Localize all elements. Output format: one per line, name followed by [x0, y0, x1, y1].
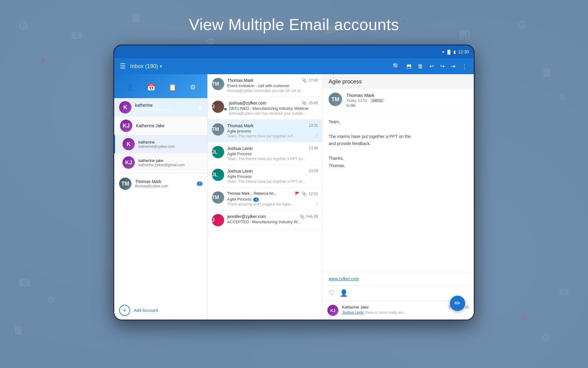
account-item-thomas[interactable]: TM Thomas Mark thomas@zylker.com 4: [114, 174, 207, 193]
thomas-badge: 4: [197, 182, 202, 186]
sub-account-katherine[interactable]: K katherine katherine@zylker.com: [114, 135, 207, 153]
sub-account-email-1: katherine@zylker.com: [138, 144, 202, 149]
email-item-4[interactable]: JL Joshua Lenin 13:30 Agile Process Team…: [208, 142, 322, 165]
add-account-row[interactable]: + Add Account: [114, 301, 207, 320]
expand-icon-katherine[interactable]: ▲: [198, 105, 202, 110]
calendar-nav-icon[interactable]: 📅: [145, 82, 157, 93]
avatar-email-5: JL: [212, 169, 224, 181]
email-item-1[interactable]: TM Thomas Mark 📎 17:40 Event Invitation …: [208, 74, 322, 97]
attachment-icon-6: 📎: [302, 191, 307, 196]
email-meta-6: 🚩 📎 12:31: [295, 191, 318, 196]
detail-footer: www.zylker.com: [322, 272, 474, 285]
body-line-1: Team,: [329, 118, 468, 126]
reply-button[interactable]: ↩: [427, 61, 436, 71]
account-item-katherine[interactable]: K katherine katherine@zylker.com ▲: [114, 98, 207, 117]
account-name-thomas: Thomas Mark: [135, 179, 193, 184]
email-item-2[interactable]: J joshua@zylker.com 📎 15:45 DECLINED : M…: [208, 97, 322, 120]
reply-avatar: KJ: [327, 305, 338, 316]
email-time-1: 17:40: [309, 78, 318, 82]
inbox-label: Inbox (190): [130, 63, 158, 70]
email-header-2: joshua@zylker.com 📎 15:45: [229, 101, 318, 105]
search-button[interactable]: 🔍: [390, 61, 403, 72]
compose-fab-button[interactable]: ✏: [450, 296, 465, 311]
avatar-email-6: TM: [212, 191, 224, 204]
contacts-nav-icon[interactable]: 👤: [124, 82, 136, 93]
unread-dot-2: [224, 108, 227, 110]
avatar-thomas: TM: [119, 178, 131, 190]
email-item-6[interactable]: TM Thomas Mark... Rebecca An... 🚩 📎 12:3…: [208, 188, 322, 210]
account-email-thomas: thomas@zylker.com: [135, 184, 193, 188]
notes-nav-icon[interactable]: 📋: [167, 82, 179, 93]
email-header-3: Thomas Mark 13:31: [227, 123, 318, 128]
detail-link[interactable]: www.zylker.com: [329, 276, 359, 281]
email-subject-2: DECLINED : Manufacturing Industry Webina…: [229, 106, 318, 111]
like-action-icon[interactable]: ♡: [329, 289, 335, 297]
add-account-label: Add Account: [134, 308, 158, 313]
account-info-katherine-jake: Katherine Jake: [136, 123, 202, 128]
email-item-5[interactable]: JL Joshua Lenin 13:29 Agile Process Team…: [208, 165, 322, 188]
email-time-3: 13:31: [309, 123, 318, 128]
body-line-3: and provide feedback.: [329, 140, 468, 148]
account-email-katherine: katherine@zylker.com: [135, 108, 194, 112]
email-content-2: joshua@zylker.com 📎 15:45 DECLINED : Man…: [229, 101, 318, 116]
avatar-email-7: J: [212, 214, 224, 226]
sidebar: 👤 📅 📋 ⚙ K katherine katherine@zylker.com: [114, 74, 208, 320]
email-content-1: Thomas Mark 📎 17:40 Event Invitation - c…: [227, 78, 318, 93]
detail-sender-info: Thomas Mark Today, 13:31 INBOX to Me: [346, 93, 468, 108]
reply-link[interactable]: Joshua Lenin: [342, 310, 364, 315]
toolbar: ☰ Inbox (190) ▾ 🔍 ⬒ 🗑 ↩ ↪ ⇥ ⋮: [114, 58, 474, 74]
email-detail-panel: Agile process TM Thomas Mark Today, 13:3…: [322, 74, 474, 320]
account-name-katherine: katherine: [135, 103, 194, 108]
sub-account-name-2: katherine jake: [138, 158, 202, 163]
attachment-icon-1: 📎: [302, 78, 307, 83]
email-time-2: 15:45: [309, 101, 318, 105]
detail-sender-meta: Today, 13:31 INBOX: [346, 98, 468, 103]
email-sender-1: Thomas Mark: [227, 78, 254, 83]
delete-button[interactable]: 🗑: [415, 61, 426, 71]
body-line-5: Thomas.: [329, 162, 468, 170]
detail-sender-avatar: TM: [329, 93, 342, 106]
dropdown-icon[interactable]: ▾: [160, 64, 162, 69]
avatar-email-2: J: [212, 101, 224, 113]
page-title: View Multiple Email accounts: [0, 15, 588, 34]
email-subject-1: Event Invitation - call with customer: [227, 83, 318, 88]
settings-nav-icon[interactable]: ⚙: [188, 82, 198, 93]
menu-icon[interactable]: ☰: [118, 60, 128, 72]
body-line-2: The interns have put together a PPT on t…: [329, 133, 468, 140]
tablet-frame: ▾ ▐▌ ▮ 12:30 ☰ Inbox (190) ▾ 🔍 ⬒ 🗑 ↩ ↪ ⇥…: [113, 44, 475, 320]
more-button[interactable]: ⋮: [459, 61, 470, 72]
email-item-7[interactable]: J jennifer@zylker.com 📎 Feb 28 ACCEPTED …: [208, 210, 322, 230]
forward-button[interactable]: ⇥: [448, 61, 458, 71]
detail-sender-row: TM Thomas Mark Today, 13:31 INBOX to Me: [322, 88, 474, 112]
reply-suffix: there is some really am...: [365, 310, 406, 315]
email-time-7: Feb 28: [307, 214, 318, 219]
detail-date: Today, 13:31: [346, 98, 367, 103]
email-badge-6: 4: [253, 197, 259, 202]
add-person-action-icon[interactable]: 👤: [340, 289, 348, 297]
sub-account-katherine-jake[interactable]: KJ Katherine Jake: [114, 117, 207, 135]
email-sender-3: Thomas Mark: [227, 123, 254, 128]
email-subject-6: Agile Process: [227, 197, 251, 201]
sub-account-katherine-jake-2[interactable]: KJ katherine jake katherine.zylker@gmail…: [114, 153, 207, 172]
email-sender-4: Joshua Lenin: [227, 146, 253, 151]
reply-body: Joshua Lenin there is some really am...: [342, 309, 469, 315]
attachment-icon-2: 📎: [302, 101, 307, 105]
email-subject-7: ACCEPTED : Manufacturing Industry W...: [227, 220, 318, 224]
battery-icon: ▮: [454, 50, 456, 54]
body-line-4: Thanks,: [329, 155, 468, 162]
email-subject-5: Agile Process: [227, 174, 318, 179]
status-bar: ▾ ▐▌ ▮ 12:30: [114, 45, 474, 58]
email-time-4: 13:30: [309, 146, 318, 150]
reply-all-button[interactable]: ↪: [438, 61, 447, 71]
email-meta-2: 📎 15:45: [302, 101, 318, 105]
signal-icon: ▐▌: [446, 50, 452, 54]
archive-button[interactable]: ⬒: [404, 61, 414, 71]
email-content-3: Thomas Mark 13:31 Agile process Team, Th…: [227, 123, 318, 138]
detail-body: Team, The interns have put together a PP…: [322, 112, 474, 272]
email-item-3[interactable]: TM Thomas Mark 13:31 Agile process Team,…: [208, 120, 322, 142]
app-content: ☰ Inbox (190) ▾ 🔍 ⬒ 🗑 ↩ ↪ ⇥ ⋮: [114, 58, 474, 320]
email-content-6: Thomas Mark... Rebecca An... 🚩 📎 12:31 A…: [227, 191, 318, 206]
sidebar-nav-icons: 👤 📅 📋 ⚙: [114, 79, 207, 98]
email-preview-2: joshua@zylker.com has declined your invi…: [229, 111, 318, 116]
email-list-panel: TM Thomas Mark 📎 17:40 Event Invitation …: [208, 74, 322, 320]
